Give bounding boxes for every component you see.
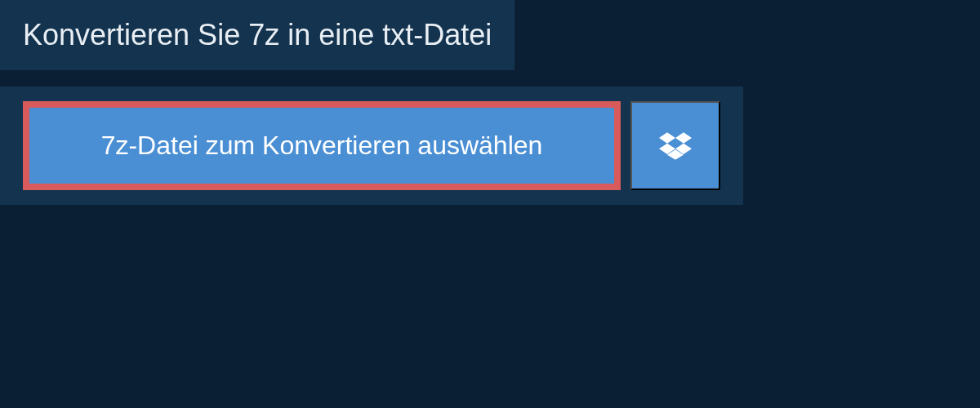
dropbox-button[interactable] <box>630 101 720 190</box>
upload-panel: 7z-Datei zum Konvertieren auswählen <box>0 86 743 205</box>
page-title: Konvertieren Sie 7z in eine txt-Datei <box>23 18 492 52</box>
dropbox-icon <box>659 130 692 162</box>
select-file-label: 7z-Datei zum Konvertieren auswählen <box>101 131 543 161</box>
select-file-button[interactable]: 7z-Datei zum Konvertieren auswählen <box>23 101 621 190</box>
header-bar: Konvertieren Sie 7z in eine txt-Datei <box>0 0 514 70</box>
